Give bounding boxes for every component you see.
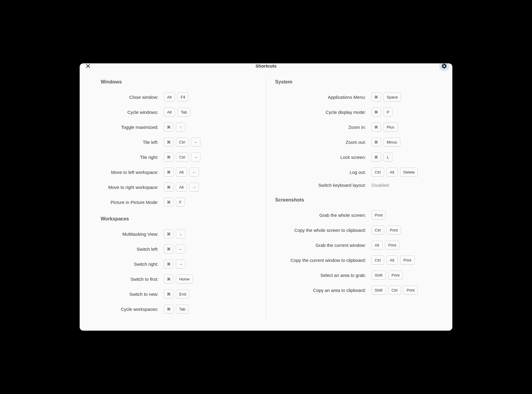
shortcut-row: Multitasking View:⌘↓ (101, 229, 257, 238)
key-cmd: ⌘ (371, 138, 381, 147)
key-down: ↓ (176, 229, 185, 238)
key-alt: Alt (371, 241, 383, 250)
shortcut-row: Cycle display mode:⌘P (275, 108, 432, 117)
key-alt: Alt (176, 168, 187, 177)
key-ctrl: Ctrl (388, 286, 401, 295)
shortcut-row: Cycle workspaces:⌘Tab (101, 305, 257, 314)
key-plus: Plus (384, 123, 398, 132)
section-title: Workspaces (101, 216, 257, 222)
content: WindowsClose window:AltF4Cycle windows:A… (80, 68, 452, 331)
shortcut-row: Move to left workspace:⌘Alt← (101, 168, 257, 177)
shortcut-row: Log out:CtrlAltDelete (275, 168, 432, 177)
shortcut-label: Copy an area to clipboard: (275, 288, 371, 293)
key-cmd: ⌘ (164, 183, 173, 192)
titlebar: Shortcuts (80, 63, 452, 68)
shortcut-label: Move to left workspace: (101, 170, 164, 175)
key-p: P (384, 108, 393, 117)
key-tab: Tab (177, 108, 190, 117)
shortcut-row: Cycle windows:AltTab (101, 108, 257, 117)
shortcut-label: Toggle maximized: (101, 125, 164, 130)
key-ctrl: Ctrl (371, 226, 384, 235)
shortcut-keys: Print (371, 211, 386, 220)
close-button[interactable] (84, 63, 92, 70)
shortcuts-window: Shortcuts WindowsClose window:AltF4Cycle… (80, 63, 452, 331)
shortcut-keys: CtrlAltDelete (371, 168, 418, 177)
key-cmd: ⌘ (164, 229, 173, 238)
disabled-text: Disabled (371, 183, 389, 188)
key-right: → (191, 153, 200, 162)
key-print: Print (403, 286, 418, 295)
shortcut-label: Switch keyboard layout: (275, 183, 371, 188)
shortcut-keys: ⌘← (164, 244, 185, 253)
shortcut-label: Cycle workspaces: (101, 307, 164, 312)
key-alt: Alt (387, 168, 398, 177)
key-right: → (176, 259, 185, 268)
key-f: F (176, 198, 185, 207)
key-cmd: ⌘ (164, 244, 173, 253)
shortcut-row: Copy the whole screen to clipboard:CtrlP… (275, 226, 432, 235)
key-alt: Alt (164, 92, 175, 102)
key-cmd: ⌘ (164, 168, 173, 177)
key-ctrl: Ctrl (371, 168, 384, 177)
shortcut-row: Grab the current window:AltPrint (275, 241, 432, 250)
key-ctrl: Ctrl (176, 138, 188, 147)
shortcut-keys: ⌘Tab (164, 305, 189, 314)
key-cmd: ⌘ (164, 289, 173, 299)
key-print: Print (385, 241, 400, 250)
shortcut-label: Switch right: (101, 262, 164, 267)
key-alt: Alt (387, 256, 398, 265)
shortcut-keys: ShiftPrint (371, 271, 403, 280)
shortcut-keys: ⌘↓ (164, 229, 185, 238)
shortcut-label: Cycle display mode: (275, 110, 371, 115)
shortcut-keys: ⌘P (371, 108, 393, 117)
shortcut-label: Move to right workspace: (101, 185, 164, 190)
key-cmd: ⌘ (164, 138, 173, 147)
key-left: ← (176, 244, 185, 253)
key-left: ← (191, 138, 200, 147)
shortcut-label: Select an area to grab: (275, 273, 371, 278)
shortcut-label: Tile right: (101, 155, 164, 160)
shortcut-keys: ⌘Alt← (164, 168, 199, 177)
key-cmd: ⌘ (164, 123, 173, 132)
shortcut-label: Close window: (101, 95, 164, 100)
key-ctrl: Ctrl (176, 153, 188, 162)
shortcut-keys: AltPrint (371, 241, 400, 250)
shortcut-label: Grab the current window: (275, 243, 371, 248)
shortcut-row: Switch to new:⌘End (101, 289, 257, 299)
shortcut-row: Lock screen:⌘L (275, 153, 432, 162)
shortcut-row: Move to right workspace:⌘Alt→ (101, 183, 257, 192)
shortcut-label: Switch to first: (101, 277, 164, 282)
section-title: Screenshots (275, 197, 432, 203)
key-space: Space (384, 92, 401, 102)
key-cmd: ⌘ (164, 305, 173, 314)
shortcut-keys: ⌘Minus (371, 138, 401, 147)
shortcut-keys: ⌘Home (164, 274, 193, 283)
shortcut-row: Copy the current window to clipboard:Ctr… (275, 256, 432, 265)
shortcut-keys: ⌘↑ (164, 123, 185, 132)
shortcut-label: Log out: (275, 170, 371, 175)
shortcut-keys: CtrlAltPrint (371, 256, 415, 265)
shortcut-label: Picture in Picture Mode: (101, 200, 164, 205)
shortcut-row: Zoom out:⌘Minus (275, 138, 432, 147)
shortcut-label: Applications Menu: (275, 95, 371, 100)
shortcut-label: Zoom out: (275, 140, 371, 145)
shortcut-label: Zoom in: (275, 125, 371, 130)
shortcut-keys: ⌘Ctrl→ (164, 153, 200, 162)
key-left: ← (189, 168, 199, 177)
key-delete: Delete (400, 168, 418, 177)
key-cmd: ⌘ (164, 259, 173, 268)
shortcut-keys: ⌘Ctrl← (164, 138, 200, 147)
shortcut-label: Cycle windows: (101, 110, 164, 115)
shortcut-row: Picture in Picture Mode:⌘F (101, 198, 257, 207)
shortcut-row: Close window:AltF4 (101, 92, 257, 102)
key-shift: Shift (371, 271, 386, 280)
key-shift: Shift (371, 286, 386, 295)
shortcut-label: Multitasking View: (101, 232, 164, 237)
shortcut-label: Copy the current window to clipboard: (275, 258, 371, 263)
shortcut-row: Switch to first:⌘Home (101, 274, 257, 283)
shortcut-keys: CtrlPrint (371, 226, 401, 235)
shortcut-label: Tile left: (101, 140, 164, 145)
shortcut-row: Tile right:⌘Ctrl→ (101, 153, 257, 162)
section-title: System (275, 79, 432, 85)
shortcut-keys: ⌘L (371, 153, 393, 162)
